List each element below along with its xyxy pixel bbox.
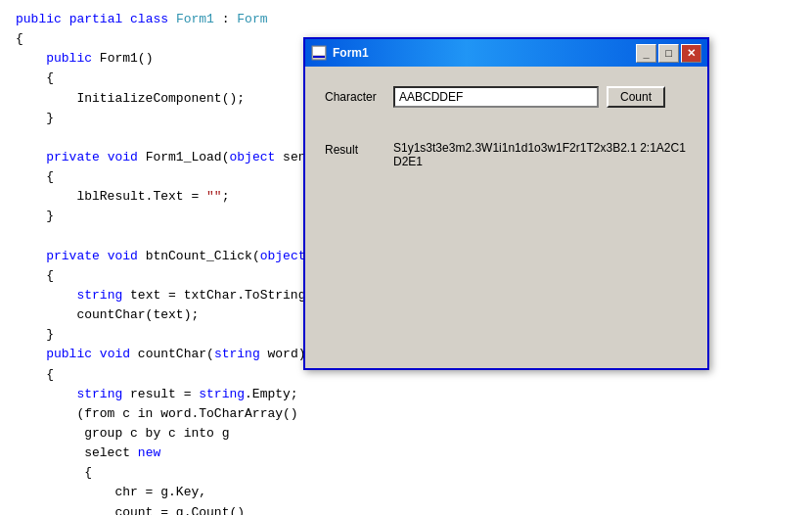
character-row: Character Count (325, 86, 688, 108)
form1-dialog: Form1 _ □ ✕ Character Count Result S1y1s… (303, 37, 709, 370)
result-row: Result S1y1s3t3e3m2.3W1i1n1d1o3w1F2r1T2x… (325, 141, 688, 168)
dialog-icon (311, 45, 327, 61)
titlebar-buttons: _ □ ✕ (636, 44, 701, 63)
dialog-titlebar: Form1 _ □ ✕ (305, 39, 707, 67)
minimize-button[interactable]: _ (636, 44, 656, 63)
dialog-title: Form1 (333, 46, 636, 60)
maximize-button[interactable]: □ (658, 44, 679, 63)
result-value: S1y1s3t3e3m2.3W1i1n1d1o3w1F2r1T2x3B2.1 2… (393, 141, 688, 168)
dialog-body: Character Count Result S1y1s3t3e3m2.3W1i… (305, 67, 707, 368)
svg-rect-2 (313, 56, 325, 58)
svg-rect-1 (313, 47, 325, 55)
close-button[interactable]: ✕ (681, 44, 701, 63)
count-button[interactable]: Count (607, 86, 665, 108)
result-label: Result (325, 141, 393, 157)
character-label: Character (325, 90, 393, 104)
character-input[interactable] (393, 86, 599, 108)
